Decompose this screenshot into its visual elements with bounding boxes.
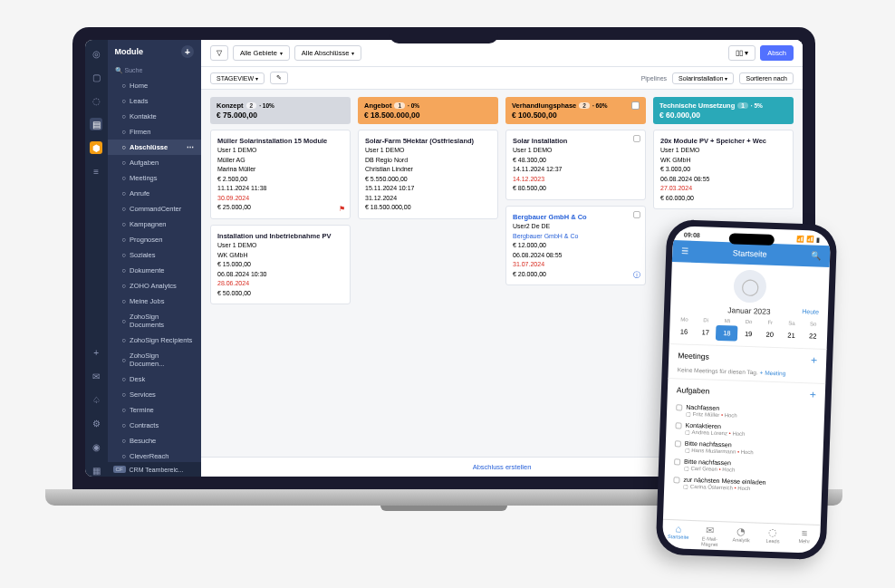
rail-avatar-icon[interactable]: ◉ xyxy=(90,440,102,453)
task-checkbox[interactable] xyxy=(673,477,679,483)
sidebar-item-contracts[interactable]: ○Contracts xyxy=(108,418,201,433)
menu-icon[interactable]: ☰ xyxy=(681,246,688,255)
day-20[interactable]: 20 xyxy=(759,326,781,342)
column-header[interactable]: Konzept 2 · 10%€ 75.000,00 xyxy=(210,97,351,124)
search-icon[interactable]: 🔍 xyxy=(811,251,821,260)
tab-startseite[interactable]: ⌂Startseite xyxy=(662,523,695,546)
sidebar: Module + 🔍 Suche ○Home○Leads○Kontakte○Fi… xyxy=(108,40,201,477)
flag-icon: ⚑ xyxy=(339,204,345,215)
day-22[interactable]: 22 xyxy=(802,328,823,344)
card-checkbox[interactable] xyxy=(633,211,640,218)
day-16[interactable]: 16 xyxy=(673,323,695,340)
sidebar-item-dokumente[interactable]: ○Dokumente xyxy=(108,263,201,278)
sort-button[interactable]: Sortieren nach xyxy=(739,72,794,84)
sidebar-title: Module xyxy=(115,47,144,56)
day-21[interactable]: 21 xyxy=(780,327,802,343)
sidebar-item-zohosign-documents[interactable]: ○ZohoSign Documents xyxy=(108,309,201,333)
info-icon[interactable]: ⓘ xyxy=(633,270,640,281)
sidebar-item-soziales[interactable]: ○Soziales xyxy=(108,247,201,263)
sidebar-item-zohosign-documen-[interactable]: ○ZohoSign Documen... xyxy=(108,348,201,371)
rail-gear-icon[interactable]: ⚙ xyxy=(90,417,102,429)
sidebar-search[interactable]: 🔍 Suche xyxy=(108,63,201,78)
task-checkbox[interactable] xyxy=(675,422,681,429)
tab-e-mail-magnet[interactable]: ✉E-Mail-Magnet xyxy=(694,524,727,547)
sidebar-add-button[interactable]: + xyxy=(181,45,194,58)
tasks-title: Aufgaben xyxy=(677,385,710,395)
sidebar-item-aufgaben[interactable]: ○Aufgaben xyxy=(108,155,201,170)
column-header[interactable]: Verhandlungsphase 2 · 60%€ 100.500,00 xyxy=(505,97,646,124)
sidebar-item-leads[interactable]: ○Leads xyxy=(108,93,201,109)
column-header[interactable]: Angebot 1 · 0%€ 18.500.000,00 xyxy=(358,97,498,124)
phone-title: Startseite xyxy=(733,248,767,258)
app-rail: ◎ ▢ ◌ ▤ ⬢ ≡ + ✉ ♤ ⚙ ◉ ▦ xyxy=(85,40,108,477)
sidebar-item-meine-jobs[interactable]: ○Meine Jobs xyxy=(108,294,201,309)
card-checkbox[interactable] xyxy=(633,135,640,142)
rail-folder-icon[interactable]: ▢ xyxy=(90,71,102,83)
deal-card[interactable]: Solar-Farm 5Hektar (Ostfriesland)User 1 … xyxy=(358,130,498,219)
rail-plus-icon[interactable]: + xyxy=(90,346,102,359)
sidebar-item-termine[interactable]: ○Termine xyxy=(108,402,201,418)
tab-analytik[interactable]: ◔Analytik xyxy=(725,525,757,548)
filter-gebiete[interactable]: Alle Gebiete xyxy=(233,45,290,61)
tab-mehr[interactable]: ≡Mehr xyxy=(788,527,821,551)
status-icons: 📶 📶 ▮ xyxy=(796,236,820,244)
deal-card[interactable]: Solar InstallationUser 1 DEMO€ 48.300,00… xyxy=(505,130,646,200)
add-meeting-button[interactable]: + xyxy=(811,353,817,366)
sidebar-list: ○Home○Leads○Kontakte○Firmen○Abschlüsse⋯○… xyxy=(108,78,201,462)
day-17[interactable]: 17 xyxy=(695,324,717,341)
task-checkbox[interactable] xyxy=(675,440,681,447)
avatar[interactable]: ◯ xyxy=(733,269,766,303)
kanban-column: Angebot 1 · 0%€ 18.500.000,00Solar-Farm … xyxy=(358,97,498,449)
create-deal-button[interactable]: Absch xyxy=(760,45,794,61)
rail-accent-icon[interactable]: ⬢ xyxy=(90,141,102,154)
add-task-button[interactable]: + xyxy=(810,388,816,400)
rail-mail-icon[interactable]: ✉ xyxy=(90,370,102,382)
column-checkbox[interactable] xyxy=(631,101,640,110)
task-checkbox[interactable] xyxy=(676,404,682,410)
view-toggle-button[interactable]: ▯▯ ▾ xyxy=(728,45,755,61)
phone-screen: 09:08 📶 📶 ▮ ☰ Startseite 🔍 ◯ Januar 2023… xyxy=(662,226,831,554)
sidebar-item-zohosign-recipients[interactable]: ○ZohoSign Recipients xyxy=(108,333,201,348)
pipeline-select[interactable]: Solarinstallation xyxy=(672,72,734,84)
sidebar-item-home[interactable]: ○Home xyxy=(108,78,201,93)
sidebar-item-abschl-sse[interactable]: ○Abschlüsse⋯ xyxy=(108,140,201,155)
today-link[interactable]: Heute xyxy=(802,308,819,315)
phone-device: 09:08 📶 📶 ▮ ☰ Startseite 🔍 ◯ Januar 2023… xyxy=(656,219,838,560)
tasks-section: Aufgaben + Nachfassen▢ Fritz Müller • Ho… xyxy=(664,378,825,496)
rail-analytics-icon[interactable]: ≡ xyxy=(90,165,102,178)
rail-chat-icon[interactable]: ◌ xyxy=(90,94,102,107)
filter-icon-button[interactable]: ▽ xyxy=(210,45,228,61)
task-checkbox[interactable] xyxy=(674,458,680,465)
edit-view-button[interactable]: ✎ xyxy=(270,72,288,84)
deal-card[interactable]: 20x Module PV + Speicher + WecUser 1 DEM… xyxy=(653,130,794,209)
toolbar: ▽ Alle Gebiete Alle Abschlüsse ▯▯ ▾ Absc… xyxy=(201,40,803,67)
filter-abschluesse[interactable]: Alle Abschlüsse xyxy=(294,45,362,61)
sidebar-footer[interactable]: CF CRM Teambereic... xyxy=(108,462,201,477)
sidebar-item-meetings[interactable]: ○Meetings xyxy=(108,170,201,186)
sidebar-item-zoho-analytcs[interactable]: ○ZOHO Analytcs xyxy=(108,278,201,294)
sidebar-item-kontakte[interactable]: ○Kontakte xyxy=(108,109,201,124)
kanban-column: Verhandlungsphase 2 · 60%€ 100.500,00Sol… xyxy=(505,97,646,449)
sidebar-item-cleverreach[interactable]: ○CleverReach xyxy=(108,448,201,462)
deal-card[interactable]: Müller Solarinstallation 15 ModuleUser 1… xyxy=(210,130,351,219)
rail-bell-icon[interactable]: ♤ xyxy=(90,393,102,406)
tab-leads[interactable]: ◌Leads xyxy=(756,526,789,550)
column-header[interactable]: Technische Umsetzung 1 · 5%€ 60.000,00 xyxy=(653,97,794,124)
sidebar-item-anrufe[interactable]: ○Anrufe xyxy=(108,186,201,201)
add-meeting-link[interactable]: + Meeting xyxy=(760,370,786,377)
day-19[interactable]: 19 xyxy=(737,326,759,342)
sidebar-item-commandcenter[interactable]: ○CommandCenter xyxy=(108,201,201,217)
sidebar-item-services[interactable]: ○Services xyxy=(108,387,201,402)
deal-card[interactable]: Bergbauer GmbH & CoUser2 De DEBergbauer … xyxy=(505,206,646,285)
stageview-button[interactable]: STAGEVIEW xyxy=(210,72,265,84)
sidebar-item-firmen[interactable]: ○Firmen xyxy=(108,124,201,140)
rail-apps-icon[interactable]: ▦ xyxy=(90,464,102,477)
sidebar-item-prognosen[interactable]: ○Prognosen xyxy=(108,232,201,247)
rail-modules-icon[interactable]: ▤ xyxy=(90,118,102,130)
sidebar-item-besuche[interactable]: ○Besuche xyxy=(108,433,201,448)
day-18[interactable]: 18 xyxy=(716,325,737,342)
deal-card[interactable]: Installation und Inbetriebnahme PVUser 1… xyxy=(210,225,351,304)
phone-tabbar: ⌂Startseite✉E-Mail-Magnet◔Analytik◌Leads… xyxy=(662,519,821,554)
sidebar-item-kampagnen[interactable]: ○Kampagnen xyxy=(108,217,201,232)
sidebar-item-desk[interactable]: ○Desk xyxy=(108,371,201,387)
